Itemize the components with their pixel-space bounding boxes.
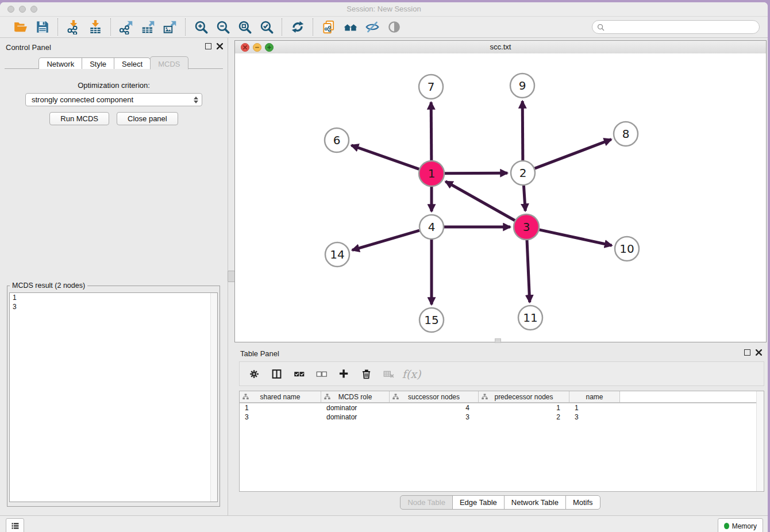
float-table-panel-icon[interactable] [744, 349, 750, 356]
zoom-fit-icon[interactable] [237, 19, 253, 35]
toolbar-group [314, 19, 409, 35]
tab-node-table[interactable]: Node Table [400, 495, 453, 510]
table-panel: Table Panel f(x) shared nameMCDS rolesuc… [234, 344, 767, 514]
search-input[interactable] [607, 22, 754, 32]
graph-node-3[interactable]: 3 [514, 214, 539, 240]
table-tabs: Node Table Edge Table Network Table Moti… [234, 495, 767, 510]
table-cell: dominator [321, 413, 390, 422]
tab-select[interactable]: Select [114, 57, 151, 69]
node-label: 7 [428, 80, 435, 94]
graph-node-14[interactable]: 14 [325, 242, 349, 267]
table-row[interactable]: 1dominator411 [240, 403, 764, 413]
edge-3-1[interactable] [445, 182, 515, 221]
tab-mcds[interactable]: MCDS [150, 56, 188, 70]
window-title: Session: New Session [0, 5, 768, 13]
mcds-result-list[interactable]: 13 [9, 292, 218, 502]
zoom-selected-icon[interactable] [259, 19, 275, 35]
memory-label: Memory [732, 522, 757, 530]
mcds-result-node: 1 [10, 293, 217, 302]
memory-button[interactable]: Memory [718, 518, 763, 532]
tab-network-table[interactable]: Network Table [504, 495, 566, 510]
node-table[interactable]: shared nameMCDS rolesuccessor nodesprede… [239, 391, 764, 492]
column-header-successor-nodes[interactable]: successor nodes [390, 391, 479, 402]
deselect-all-icon[interactable] [315, 367, 329, 381]
delete-table-icon [382, 367, 396, 381]
first-neighbors-icon[interactable] [342, 19, 359, 35]
import-network-icon[interactable] [66, 19, 82, 35]
edge-1-6[interactable] [351, 145, 419, 169]
network-graph[interactable]: 7968124314101511 [235, 53, 766, 342]
table-scrollbar[interactable] [756, 391, 764, 491]
graph-node-8[interactable]: 8 [614, 122, 638, 146]
graph-node-9[interactable]: 9 [510, 74, 534, 98]
edge-4-14[interactable] [352, 230, 419, 250]
edge-2-9[interactable] [522, 101, 523, 160]
table-cell: 4 [390, 403, 479, 413]
search-icon [597, 24, 605, 31]
tab-edge-table[interactable]: Edge Table [452, 495, 505, 510]
graph-node-11[interactable]: 11 [518, 306, 542, 330]
add-row-icon[interactable] [337, 367, 351, 381]
content-area: Control Panel Network Style Select MCDS … [0, 38, 768, 515]
table-cell: 3 [390, 413, 479, 422]
graph-node-6[interactable]: 6 [325, 128, 349, 152]
float-panel-icon[interactable] [205, 43, 211, 49]
task-history-button[interactable] [6, 518, 24, 532]
result-scrollbar[interactable] [210, 293, 217, 502]
show-panel-icon[interactable] [386, 19, 402, 35]
graph-node-10[interactable]: 10 [615, 237, 639, 261]
node-label: 3 [523, 220, 530, 234]
select-stepper-icon [194, 97, 198, 103]
edge-1-7[interactable] [431, 102, 432, 160]
canvas-resize-grip[interactable] [495, 338, 501, 343]
select-all-icon[interactable] [292, 367, 306, 381]
control-panel-tabs: Network Style Select MCDS [0, 55, 228, 69]
apply-layout-icon[interactable] [290, 19, 306, 35]
graph-node-7[interactable]: 7 [419, 75, 443, 99]
tab-network[interactable]: Network [38, 57, 82, 69]
clone-network-icon[interactable] [321, 19, 337, 35]
network-canvas[interactable]: 7968124314101511 [235, 53, 766, 342]
column-header-name[interactable]: name [569, 391, 620, 402]
export-network-icon[interactable] [118, 19, 134, 35]
tab-style[interactable]: Style [82, 57, 114, 69]
export-image-icon[interactable] [162, 19, 178, 35]
table-row[interactable]: 3dominator323 [240, 413, 764, 422]
search-box[interactable] [592, 20, 760, 34]
edge-1-2[interactable] [445, 173, 507, 174]
close-table-panel-icon[interactable] [756, 349, 762, 356]
close-panel-icon[interactable] [217, 43, 223, 49]
optimization-criterion-select[interactable]: strongly connected component [25, 93, 202, 106]
show-columns-icon[interactable] [270, 367, 284, 381]
graph-node-15[interactable]: 15 [419, 308, 444, 332]
export-table-icon[interactable] [140, 19, 156, 35]
close-panel-button[interactable]: Close panel [117, 112, 178, 125]
delete-rows-icon[interactable] [360, 367, 374, 381]
status-bar: Memory [0, 515, 768, 532]
open-file-icon[interactable] [13, 19, 29, 35]
settings-gear-icon[interactable] [248, 367, 261, 381]
node-label: 15 [424, 313, 438, 327]
column-header-MCDS-role[interactable]: MCDS role [321, 391, 390, 402]
network-window-titlebar[interactable]: scc.txt [235, 41, 766, 54]
graph-node-4[interactable]: 4 [419, 215, 444, 239]
node-label: 11 [523, 311, 537, 325]
zoom-out-icon[interactable] [215, 19, 231, 35]
edge-3-11[interactable] [527, 240, 530, 302]
tab-motifs[interactable]: Motifs [565, 495, 600, 510]
edge-2-3[interactable] [523, 186, 525, 211]
save-session-icon[interactable] [34, 19, 51, 35]
graph-node-1[interactable]: 1 [419, 161, 444, 186]
column-header-predecessor-nodes[interactable]: predecessor nodes [479, 391, 569, 402]
edge-3-10[interactable] [539, 230, 611, 245]
toolbar-group [6, 19, 57, 35]
run-mcds-button[interactable]: Run MCDS [49, 112, 109, 125]
column-header-shared-name[interactable]: shared name [240, 391, 321, 402]
import-table-icon[interactable] [87, 19, 103, 35]
zoom-in-icon[interactable] [193, 19, 209, 35]
table-cell: 1 [569, 403, 620, 413]
edge-2-8[interactable] [535, 140, 611, 169]
hide-panel-icon[interactable] [364, 19, 380, 35]
graph-node-2[interactable]: 2 [511, 161, 535, 185]
table-body: 1dominator4113dominator323 [240, 403, 764, 422]
